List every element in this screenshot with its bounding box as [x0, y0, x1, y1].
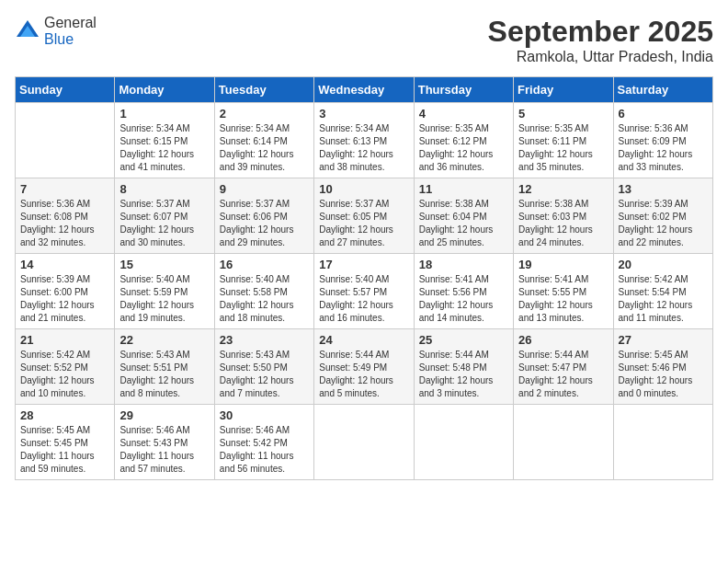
day-info: Sunrise: 5:44 AMSunset: 5:49 PMDaylight:… — [319, 349, 408, 400]
day-info: Sunrise: 5:37 AMSunset: 6:06 PMDaylight:… — [220, 198, 309, 249]
day-cell: 27Sunrise: 5:45 AMSunset: 5:46 PMDayligh… — [613, 329, 712, 405]
day-cell: 17Sunrise: 5:40 AMSunset: 5:57 PMDayligh… — [314, 254, 414, 329]
day-number: 11 — [419, 182, 508, 196]
day-number: 4 — [419, 107, 508, 121]
day-number: 27 — [619, 333, 708, 347]
day-cell — [16, 103, 115, 178]
day-cell: 2Sunrise: 5:34 AMSunset: 6:14 PMDaylight… — [214, 103, 313, 178]
day-info: Sunrise: 5:36 AMSunset: 6:09 PMDaylight:… — [619, 122, 708, 174]
day-cell: 10Sunrise: 5:37 AMSunset: 6:05 PMDayligh… — [314, 178, 414, 254]
day-cell: 4Sunrise: 5:35 AMSunset: 6:12 PMDaylight… — [414, 103, 513, 178]
day-number: 3 — [319, 107, 408, 121]
logo-blue-text: Blue — [44, 31, 97, 48]
day-info: Sunrise: 5:39 AMSunset: 6:00 PMDaylight:… — [20, 273, 109, 325]
weekday-header-monday: Monday — [115, 77, 214, 103]
week-row-2: 7Sunrise: 5:36 AMSunset: 6:08 PMDaylight… — [16, 178, 713, 254]
logo-icon — [15, 18, 40, 44]
day-number: 29 — [119, 408, 209, 422]
day-info: Sunrise: 5:40 AMSunset: 5:58 PMDaylight:… — [220, 273, 309, 325]
day-number: 28 — [20, 408, 109, 422]
day-number: 6 — [619, 107, 708, 121]
month-title: September 2025 — [488, 15, 713, 49]
day-info: Sunrise: 5:37 AMSunset: 6:05 PMDaylight:… — [319, 198, 408, 249]
day-cell — [514, 405, 613, 480]
day-number: 12 — [518, 182, 608, 196]
day-cell: 25Sunrise: 5:44 AMSunset: 5:48 PMDayligh… — [414, 329, 513, 405]
day-info: Sunrise: 5:38 AMSunset: 6:04 PMDaylight:… — [419, 198, 508, 249]
day-number: 22 — [119, 333, 209, 347]
day-info: Sunrise: 5:42 AMSunset: 5:54 PMDaylight:… — [619, 273, 708, 325]
day-number: 9 — [220, 182, 309, 196]
calendar-table: SundayMondayTuesdayWednesdayThursdayFrid… — [15, 76, 713, 480]
day-info: Sunrise: 5:43 AMSunset: 5:50 PMDaylight:… — [220, 349, 309, 400]
day-info: Sunrise: 5:42 AMSunset: 5:52 PMDaylight:… — [20, 349, 109, 400]
week-row-4: 21Sunrise: 5:42 AMSunset: 5:52 PMDayligh… — [16, 329, 713, 405]
day-number: 18 — [419, 258, 508, 271]
day-info: Sunrise: 5:43 AMSunset: 5:51 PMDaylight:… — [119, 349, 209, 400]
day-cell: 15Sunrise: 5:40 AMSunset: 5:59 PMDayligh… — [115, 254, 214, 329]
day-info: Sunrise: 5:44 AMSunset: 5:48 PMDaylight:… — [419, 349, 508, 400]
day-cell: 24Sunrise: 5:44 AMSunset: 5:49 PMDayligh… — [314, 329, 414, 405]
day-cell: 22Sunrise: 5:43 AMSunset: 5:51 PMDayligh… — [115, 329, 214, 405]
day-number: 25 — [419, 333, 508, 347]
day-cell: 7Sunrise: 5:36 AMSunset: 6:08 PMDaylight… — [16, 178, 115, 254]
day-cell: 14Sunrise: 5:39 AMSunset: 6:00 PMDayligh… — [16, 254, 115, 329]
week-row-3: 14Sunrise: 5:39 AMSunset: 6:00 PMDayligh… — [16, 254, 713, 329]
day-number: 1 — [119, 107, 209, 121]
day-info: Sunrise: 5:35 AMSunset: 6:11 PMDaylight:… — [518, 122, 608, 174]
logo-text: General Blue — [44, 15, 97, 48]
day-cell: 9Sunrise: 5:37 AMSunset: 6:06 PMDaylight… — [214, 178, 313, 254]
logo: General Blue — [15, 15, 97, 48]
day-number: 5 — [518, 107, 608, 121]
day-cell: 16Sunrise: 5:40 AMSunset: 5:58 PMDayligh… — [214, 254, 313, 329]
weekday-header-saturday: Saturday — [613, 77, 712, 103]
day-info: Sunrise: 5:46 AMSunset: 5:42 PMDaylight:… — [220, 424, 309, 476]
day-info: Sunrise: 5:40 AMSunset: 5:59 PMDaylight:… — [119, 273, 209, 325]
day-cell: 23Sunrise: 5:43 AMSunset: 5:50 PMDayligh… — [214, 329, 313, 405]
weekday-header-friday: Friday — [514, 77, 613, 103]
logo-general-text: General — [44, 15, 97, 31]
location-title: Ramkola, Uttar Pradesh, India — [488, 49, 713, 65]
day-cell: 12Sunrise: 5:38 AMSunset: 6:03 PMDayligh… — [514, 178, 613, 254]
day-cell: 28Sunrise: 5:45 AMSunset: 5:45 PMDayligh… — [16, 405, 115, 480]
day-number: 23 — [220, 333, 309, 347]
day-number: 2 — [220, 107, 309, 121]
day-info: Sunrise: 5:44 AMSunset: 5:47 PMDaylight:… — [518, 349, 608, 400]
day-info: Sunrise: 5:34 AMSunset: 6:13 PMDaylight:… — [319, 122, 408, 174]
day-cell: 30Sunrise: 5:46 AMSunset: 5:42 PMDayligh… — [214, 405, 313, 480]
day-number: 17 — [319, 258, 408, 271]
day-cell: 26Sunrise: 5:44 AMSunset: 5:47 PMDayligh… — [514, 329, 613, 405]
day-number: 16 — [220, 258, 309, 271]
day-number: 10 — [319, 182, 408, 196]
day-number: 21 — [20, 333, 109, 347]
day-info: Sunrise: 5:37 AMSunset: 6:07 PMDaylight:… — [119, 198, 209, 249]
day-info: Sunrise: 5:45 AMSunset: 5:46 PMDaylight:… — [619, 349, 708, 400]
weekday-header-sunday: Sunday — [16, 77, 115, 103]
day-number: 14 — [20, 258, 109, 271]
day-info: Sunrise: 5:40 AMSunset: 5:57 PMDaylight:… — [319, 273, 408, 325]
day-number: 20 — [619, 258, 708, 271]
day-info: Sunrise: 5:46 AMSunset: 5:43 PMDaylight:… — [119, 424, 209, 476]
day-cell: 6Sunrise: 5:36 AMSunset: 6:09 PMDaylight… — [613, 103, 712, 178]
day-cell — [414, 405, 513, 480]
day-number: 13 — [619, 182, 708, 196]
day-number: 24 — [319, 333, 408, 347]
day-cell: 3Sunrise: 5:34 AMSunset: 6:13 PMDaylight… — [314, 103, 414, 178]
day-info: Sunrise: 5:34 AMSunset: 6:14 PMDaylight:… — [220, 122, 309, 174]
day-cell: 1Sunrise: 5:34 AMSunset: 6:15 PMDaylight… — [115, 103, 214, 178]
day-cell: 29Sunrise: 5:46 AMSunset: 5:43 PMDayligh… — [115, 405, 214, 480]
week-row-5: 28Sunrise: 5:45 AMSunset: 5:45 PMDayligh… — [16, 405, 713, 480]
day-number: 30 — [220, 408, 309, 422]
day-cell: 18Sunrise: 5:41 AMSunset: 5:56 PMDayligh… — [414, 254, 513, 329]
day-number: 7 — [20, 182, 109, 196]
weekday-header-row: SundayMondayTuesdayWednesdayThursdayFrid… — [16, 77, 713, 103]
week-row-1: 1Sunrise: 5:34 AMSunset: 6:15 PMDaylight… — [16, 103, 713, 178]
day-cell: 20Sunrise: 5:42 AMSunset: 5:54 PMDayligh… — [613, 254, 712, 329]
title-area: September 2025 Ramkola, Uttar Pradesh, I… — [488, 15, 713, 65]
day-info: Sunrise: 5:35 AMSunset: 6:12 PMDaylight:… — [419, 122, 508, 174]
day-cell — [314, 405, 414, 480]
day-cell: 8Sunrise: 5:37 AMSunset: 6:07 PMDaylight… — [115, 178, 214, 254]
day-number: 15 — [119, 258, 209, 271]
day-info: Sunrise: 5:38 AMSunset: 6:03 PMDaylight:… — [518, 198, 608, 249]
day-cell: 13Sunrise: 5:39 AMSunset: 6:02 PMDayligh… — [613, 178, 712, 254]
